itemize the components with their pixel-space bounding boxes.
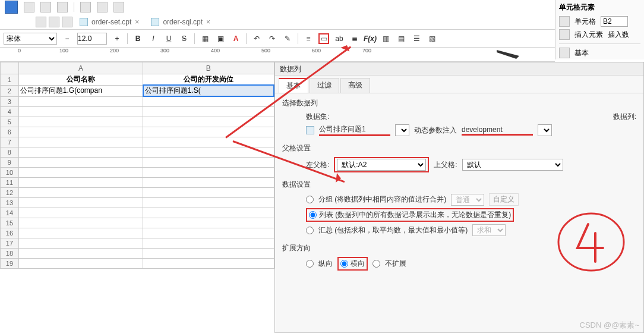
arrow-head-icon xyxy=(336,173,346,184)
datacol-dropdown[interactable] xyxy=(538,124,552,136)
dataset-dropdown[interactable] xyxy=(395,124,409,136)
sum-label: 汇总 (包括求和，取平均数，最大值和最小值等) xyxy=(318,225,468,235)
open-icon[interactable] xyxy=(40,2,51,12)
row-header[interactable]: 2 xyxy=(1,85,19,96)
row-header[interactable]: 1 xyxy=(1,74,19,86)
tabbar-icon-1[interactable] xyxy=(36,17,46,27)
up-parent-label: 上父格: xyxy=(434,160,457,170)
tab-order-set[interactable]: order-set.cpt × xyxy=(75,17,144,27)
redo-button[interactable]: ↷ xyxy=(267,33,277,44)
group-label: 分组 (将数据列中相同内容的值进行合并) xyxy=(318,194,446,205)
expand-vertical-radio[interactable] xyxy=(306,260,314,268)
spreadsheet[interactable]: A B 1 公司名称 公司的开发岗位 2 公司排序问题1.G(compan 公司… xyxy=(0,62,274,333)
top-icon-bar xyxy=(0,0,644,14)
pen-icon xyxy=(495,49,531,61)
expand-none-radio[interactable] xyxy=(372,260,380,268)
datacol-select[interactable]: development xyxy=(462,125,533,136)
strike-button[interactable]: S xyxy=(179,33,190,44)
list-label: 列表 (数据列中的所有数据记录展示出来，无论数据是否重复) xyxy=(319,210,511,220)
dataset-icon xyxy=(306,126,314,134)
tab-label: order-sql.cpt xyxy=(163,18,203,26)
undo-button[interactable]: ↶ xyxy=(251,33,262,44)
misc-button-3[interactable]: ▧ xyxy=(427,33,437,44)
basic-label: 基本 xyxy=(574,48,589,58)
insert-btn-label[interactable]: 插入数 xyxy=(608,30,629,40)
align-left-button[interactable]: ≡ xyxy=(303,33,314,44)
font-color-button[interactable]: A xyxy=(231,33,241,44)
copy-icon[interactable] xyxy=(97,2,108,12)
group-radio[interactable] xyxy=(306,196,314,203)
group-mode-select: 普通 xyxy=(451,194,484,206)
fx-button[interactable]: F(x) xyxy=(365,33,375,44)
font-plus-button[interactable]: + xyxy=(112,33,122,44)
right-panel-title: 单元格元素 xyxy=(559,2,640,12)
sum-mode-select: 求和 xyxy=(472,224,506,236)
expand-none-label: 不扩展 xyxy=(385,259,406,269)
cell-ref-icon xyxy=(559,16,570,27)
cell-B2[interactable]: 公司排序问题1.S( xyxy=(143,85,274,96)
app-icon xyxy=(5,1,18,14)
font-size-input[interactable] xyxy=(77,33,107,45)
close-icon[interactable]: × xyxy=(206,18,210,26)
dialog-tabs: 基本 过滤 高级 xyxy=(275,76,643,93)
brush-icon[interactable]: ✎ xyxy=(282,33,293,44)
cell-A2[interactable]: 公司排序问题1.G(compan xyxy=(18,85,143,96)
basic-icon xyxy=(559,48,570,58)
group-custom-btn: 自定义 xyxy=(489,193,519,206)
cell-ref-input[interactable] xyxy=(601,16,628,27)
misc-button-1[interactable]: ▤ xyxy=(396,33,406,44)
fill-color-button[interactable]: ▣ xyxy=(215,33,226,44)
tab-label: order-set.cpt xyxy=(91,18,131,26)
insert-icon xyxy=(559,29,570,40)
underline-button[interactable]: U xyxy=(163,33,174,44)
file-tab-bar: order-set.cpt × order-sql.cpt × xyxy=(0,14,644,30)
cell-label: 单元格 xyxy=(574,17,596,27)
col-header-B[interactable]: B xyxy=(143,62,274,74)
cell-element-button[interactable]: ▭ xyxy=(318,33,329,44)
right-panel: 单元格元素 单元格 插入元素 插入数 基本 xyxy=(555,0,644,59)
cpt-file-icon xyxy=(151,18,159,26)
save-icon[interactable] xyxy=(57,2,68,12)
paste-icon[interactable] xyxy=(113,2,124,12)
merge-button[interactable]: ▥ xyxy=(380,33,391,44)
cell-A1[interactable]: 公司名称 xyxy=(18,74,143,86)
expand-vertical-label: 纵向 xyxy=(318,259,333,269)
up-parent-select[interactable]: 默认 xyxy=(462,159,563,171)
datacol-label: 数据列: xyxy=(613,112,636,122)
font-family-select[interactable]: 宋体 xyxy=(4,33,57,45)
dataset-select[interactable]: 公司排序问题1 xyxy=(319,124,390,136)
left-parent-select[interactable]: 默认:A2 xyxy=(337,159,426,171)
border-button[interactable]: ▦ xyxy=(200,33,210,44)
bold-button[interactable]: B xyxy=(132,33,143,44)
sum-radio[interactable] xyxy=(306,227,314,234)
format-toolbar: 宋体 − + B I U S ▦ ▣ A ↶ ↷ ✎ ≡ ▭ ab ≣ F(x)… xyxy=(0,30,644,48)
insert-label: 插入元素 xyxy=(574,30,603,40)
annotation-number-4 xyxy=(553,209,630,275)
dataset-label: 数据集: xyxy=(306,112,329,122)
svg-point-0 xyxy=(558,213,624,271)
misc-button-2[interactable]: ☰ xyxy=(411,33,422,44)
tab-filter[interactable]: 过滤 xyxy=(310,78,339,93)
list-radio[interactable] xyxy=(309,211,317,219)
italic-button[interactable]: I xyxy=(148,33,159,44)
expand-horizontal-label: 横向 xyxy=(351,259,365,269)
col-header-A[interactable]: A xyxy=(18,62,143,74)
new-icon[interactable] xyxy=(24,2,34,12)
tabbar-icon-2[interactable] xyxy=(49,17,59,27)
font-minus-button[interactable]: − xyxy=(62,33,72,44)
expand-horizontal-radio[interactable] xyxy=(340,260,348,268)
cpt-file-icon xyxy=(80,18,88,26)
watermark: CSDN @@素素~ xyxy=(580,320,639,331)
data-column-dialog: 数据列 基本 过滤 高级 选择数据列 数据集: 数据列: 公司排序问题1 动态参… xyxy=(274,62,644,333)
parent-cell-label: 父格设置 xyxy=(282,143,636,153)
cut-icon[interactable] xyxy=(80,2,91,12)
cell-B1[interactable]: 公司的开发岗位 xyxy=(143,74,274,86)
tab-order-sql[interactable]: order-sql.cpt × xyxy=(146,17,215,27)
tab-advanced[interactable]: 高级 xyxy=(340,78,370,93)
select-datacol-label: 选择数据列 xyxy=(282,98,636,108)
close-icon[interactable]: × xyxy=(135,18,139,26)
tabbar-icon-3[interactable] xyxy=(62,17,72,27)
dialog-title: 数据列 xyxy=(275,62,643,76)
horizontal-ruler: 0 100 200 300 400 500 600 700 xyxy=(0,48,555,62)
dyn-param-label[interactable]: 动态参数注入 xyxy=(414,125,457,136)
